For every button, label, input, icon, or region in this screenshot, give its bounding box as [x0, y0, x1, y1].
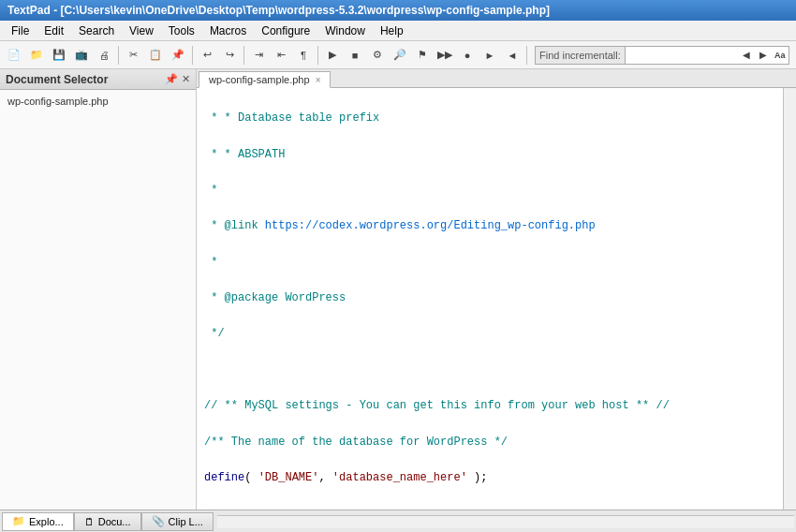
menu-tools[interactable]: Tools [161, 22, 202, 39]
indent-button[interactable]: ⇥ [248, 45, 269, 66]
title-bar: TextPad - [C:\Users\kevin\OneDrive\Deskt… [0, 0, 796, 21]
pin-icon[interactable]: 📌 [165, 73, 178, 85]
bottom-bar: 📁 Explo... 🗒 Docu... 📎 Clip L... [0, 510, 796, 532]
tab-label: wp-config-sample.php [209, 74, 310, 85]
find-next-button[interactable]: ▶ [755, 47, 772, 64]
editor-content[interactable]: * * Database table prefix * * ABSPATH * … [197, 88, 783, 510]
document-label: Docu... [98, 516, 131, 527]
new-button[interactable]: 📄 [4, 45, 24, 66]
stop-button[interactable]: ■ [345, 45, 365, 66]
find-case-button[interactable]: Aa [772, 47, 789, 64]
open-button[interactable]: 📁 [26, 45, 47, 66]
menu-file[interactable]: File [4, 22, 37, 39]
editor-container: wp-config-sample.php × * * Database tabl… [197, 69, 796, 510]
toolbar-separator-2 [192, 46, 193, 65]
find-label: Find incrementall: [536, 47, 626, 64]
tab-close-button[interactable]: × [316, 75, 321, 85]
tab-bar: wp-config-sample.php × [197, 69, 796, 88]
editor-area: * * Database table prefix * * ABSPATH * … [197, 88, 796, 510]
tab-wp-config[interactable]: wp-config-sample.php × [199, 71, 331, 88]
vertical-scrollbar[interactable] [783, 88, 796, 510]
toolbar-separator-4 [317, 46, 318, 65]
cut-button[interactable]: ✂ [123, 45, 143, 66]
toolbar-separator-5 [526, 46, 527, 65]
menu-search[interactable]: Search [71, 22, 122, 39]
bottom-tab-clip[interactable]: 📎 Clip L... [141, 512, 214, 531]
redo-button[interactable]: ↪ [219, 45, 240, 66]
tools2-button[interactable]: ⚙ [367, 45, 388, 66]
toolbar: 📄 📁 💾 📺 🖨 ✂ 📋 📌 ↩ ↪ ⇥ ⇤ ¶ ▶ ■ ⚙ 🔎 ⚑ ▶▶ ●… [0, 41, 796, 69]
close-panel-icon[interactable]: ✕ [182, 73, 190, 85]
record-button[interactable]: ● [457, 45, 478, 66]
menu-edit[interactable]: Edit [37, 22, 71, 39]
left-panel: Document Selector 📌 ✕ wp-config-sample.p… [0, 69, 197, 510]
main-area: Document Selector 📌 ✕ wp-config-sample.p… [0, 69, 796, 510]
horizontal-scrollbar[interactable] [217, 515, 794, 528]
run-button[interactable]: ▶ [322, 45, 343, 66]
print-button[interactable]: 🖨 [94, 45, 114, 66]
arrow-right-button[interactable]: ► [479, 45, 500, 66]
menu-macros[interactable]: Macros [202, 22, 254, 39]
save-button[interactable]: 💾 [49, 45, 69, 66]
left-panel-title: Document Selector [6, 73, 108, 86]
outdent-button[interactable]: ⇤ [271, 45, 291, 66]
save-all-button[interactable]: 📺 [71, 45, 92, 66]
arrow-left-button[interactable]: ◄ [502, 45, 523, 66]
left-panel-content: wp-config-sample.php [0, 90, 196, 510]
title-text: TextPad - [C:\Users\kevin\OneDrive\Deskt… [7, 4, 550, 17]
toolbar-separator-3 [243, 46, 244, 65]
toolbar-separator-1 [118, 46, 119, 65]
menu-configure[interactable]: Configure [254, 22, 317, 39]
find-input[interactable] [626, 47, 738, 64]
clip-icon: 📎 [152, 515, 165, 527]
search-toolbar-button[interactable]: 🔎 [390, 45, 410, 66]
bottom-tab-explorer[interactable]: 📁 Explo... [2, 512, 74, 531]
left-panel-controls: 📌 ✕ [165, 73, 190, 85]
explorer-label: Explo... [29, 516, 64, 527]
undo-button[interactable]: ↩ [197, 45, 217, 66]
bottom-tab-document[interactable]: 🗒 Docu... [74, 512, 141, 531]
find-buttons: ◀ ▶ Aa [738, 47, 789, 64]
find-area: Find incrementall: ◀ ▶ Aa [535, 46, 789, 65]
left-panel-header: Document Selector 📌 ✕ [0, 69, 196, 90]
find-prev-button[interactable]: ◀ [738, 47, 755, 64]
paste-button[interactable]: 📌 [168, 45, 188, 66]
format-button[interactable]: ¶ [293, 45, 314, 66]
document-icon: 🗒 [84, 516, 95, 527]
copy-button[interactable]: 📋 [145, 45, 166, 66]
menu-view[interactable]: View [122, 22, 161, 39]
file-item-wp-config[interactable]: wp-config-sample.php [2, 94, 194, 109]
macro-button[interactable]: ▶▶ [435, 45, 455, 66]
menu-bar: File Edit Search View Tools Macros Confi… [0, 21, 796, 41]
menu-window[interactable]: Window [317, 22, 373, 39]
bookmark-button[interactable]: ⚑ [412, 45, 433, 66]
explorer-icon: 📁 [12, 515, 25, 527]
menu-help[interactable]: Help [373, 22, 411, 39]
clip-label: Clip L... [169, 516, 203, 527]
